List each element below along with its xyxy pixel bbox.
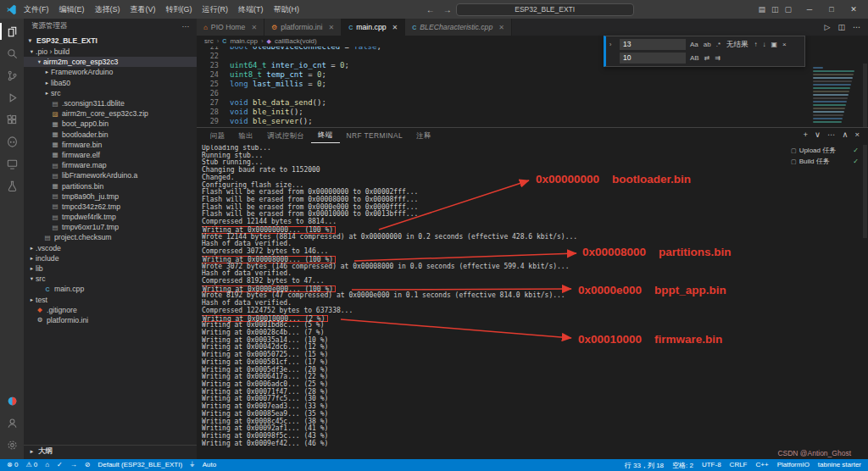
menu-item[interactable]: 选择(S) xyxy=(90,0,125,19)
breadcrumb-item[interactable]: src xyxy=(204,37,214,45)
next-match-icon[interactable]: ↓ xyxy=(762,41,767,48)
regex-icon[interactable]: .* xyxy=(715,41,721,48)
tree-item[interactable]: Cmain.cpp xyxy=(24,284,197,294)
status-item[interactable]: C++ xyxy=(756,461,769,470)
match-case-icon[interactable]: Aa xyxy=(689,41,699,48)
menu-item[interactable]: 文件(F) xyxy=(19,0,54,19)
nav-forward-icon[interactable]: → xyxy=(439,5,456,14)
menu-item[interactable]: 编辑(E) xyxy=(54,0,90,19)
close-find-icon[interactable]: × xyxy=(782,41,787,48)
tree-item[interactable]: ▸src xyxy=(24,88,197,98)
menu-item[interactable]: 运行(R) xyxy=(198,0,234,19)
editor-action-icon[interactable]: ▷ xyxy=(825,23,831,31)
panel-action-icon[interactable]: ∨ xyxy=(815,130,821,139)
extensions-icon[interactable] xyxy=(0,108,24,130)
status-item[interactable]: 空格: 2 xyxy=(672,461,693,470)
tab-pio-home[interactable]: ⌂PIO Home✕ xyxy=(197,19,264,36)
preserve-case-icon[interactable]: AB xyxy=(689,54,700,62)
tree-item[interactable]: ▤tmpdwef4rlk.tmp xyxy=(24,212,197,222)
tree-item[interactable]: ▤libFrameworkArduino.a xyxy=(24,170,197,180)
editor-action-icon[interactable]: ◫ xyxy=(837,23,845,31)
panel-scrollbar[interactable] xyxy=(863,145,867,238)
status-item[interactable]: CRLF xyxy=(730,461,748,470)
menu-item[interactable]: 帮助(H) xyxy=(269,0,305,19)
find-widget[interactable]: › 13 Aa ab .* 无结果 ↑ ↓ ▣ × 10 AB ⇄ ⇉ xyxy=(604,36,805,67)
status-item[interactable]: UTF-8 xyxy=(702,461,721,470)
menu-item[interactable]: 查看(V) xyxy=(125,0,161,19)
layout-icon[interactable]: ▢ xyxy=(785,5,793,14)
status-item[interactable]: 行 33，列 18 xyxy=(625,461,664,470)
minimap[interactable] xyxy=(810,65,858,127)
outline-section[interactable]: ▸ 大纲 xyxy=(24,445,197,457)
tree-item[interactable]: ▸test xyxy=(24,295,197,305)
tree-item[interactable]: ▤project.checksum xyxy=(24,232,197,242)
tree-item[interactable]: ▾src xyxy=(24,274,197,284)
tree-item[interactable]: ▦firmware.bin xyxy=(24,140,197,150)
codegeex-icon[interactable] xyxy=(0,390,24,412)
close-button[interactable]: ✕ xyxy=(843,0,865,19)
status-item[interactable]: ⏚ xyxy=(190,461,195,469)
tree-item[interactable]: ▸include xyxy=(24,253,197,263)
menu-item[interactable]: 转到(G) xyxy=(161,0,198,19)
replace-input[interactable]: 10 xyxy=(620,53,686,64)
tree-item[interactable]: ▾.pio › build xyxy=(24,47,197,57)
terminal-instance[interactable]: ▢Upload 任务✓ xyxy=(788,145,861,156)
status-item[interactable]: ⌂ xyxy=(45,461,49,469)
panel-tab-调试控制台[interactable]: 调试控制台 xyxy=(260,128,311,143)
panel-tab-输出[interactable]: 输出 xyxy=(232,128,261,143)
run-debug-icon[interactable] xyxy=(0,86,24,108)
status-item[interactable]: PlatformIO xyxy=(777,461,810,470)
status-item[interactable]: ⊗ 0 xyxy=(7,461,18,469)
find-input[interactable]: 13 xyxy=(620,39,686,50)
editor-action-icon[interactable]: ⋯ xyxy=(853,23,860,31)
tab-platformio-ini[interactable]: ⚙platformio.ini✕ xyxy=(264,19,342,36)
terminal-output[interactable]: Uploading stub...Running stub...Stub run… xyxy=(202,145,785,451)
settings-icon[interactable] xyxy=(0,434,24,456)
status-item[interactable]: tabnine starter xyxy=(818,461,861,470)
tree-item[interactable]: ⚙platformio.ini xyxy=(24,315,197,325)
tree-item[interactable]: ▦boot_app0.bin xyxy=(24,119,197,129)
maximize-button[interactable]: □ xyxy=(821,0,843,19)
search-icon[interactable] xyxy=(0,42,24,64)
tree-item[interactable]: ▸liba50 xyxy=(24,78,197,88)
close-tab-icon[interactable]: ✕ xyxy=(392,24,398,31)
tree-item[interactable]: ▤tmp8a90h_ju.tmp xyxy=(24,191,197,202)
project-section-header[interactable]: ▾ ESP32_BLE_EXTI xyxy=(24,34,197,47)
nav-back-icon[interactable]: ← xyxy=(422,5,439,14)
status-item[interactable]: Default (ESP32_BLE_EXTI) xyxy=(97,461,182,469)
tree-item[interactable]: ▸.vscode xyxy=(24,243,197,253)
panel-tab-问题[interactable]: 问题 xyxy=(203,128,232,143)
close-tab-icon[interactable]: ✕ xyxy=(251,24,257,31)
prev-match-icon[interactable]: ↑ xyxy=(754,41,759,48)
layout-icon[interactable]: ▤ xyxy=(758,5,765,14)
tree-item[interactable]: ▤firmware.map xyxy=(24,160,197,170)
close-tab-icon[interactable]: ✕ xyxy=(329,24,335,31)
status-item[interactable]: ✓ xyxy=(57,461,63,469)
find-in-selection-icon[interactable]: ▣ xyxy=(771,41,779,48)
explorer-icon[interactable] xyxy=(0,20,24,42)
replace-icon[interactable]: ⇄ xyxy=(704,54,711,62)
command-center[interactable]: ESP32_BLE_EXTI xyxy=(456,3,634,16)
status-item[interactable]: → xyxy=(70,461,77,469)
toggle-replace-icon[interactable]: › xyxy=(609,42,616,47)
tree-item[interactable]: ▦bootloader.bin xyxy=(24,130,197,140)
tree-item[interactable]: ▤tmpv6oxr1u7.tmp xyxy=(24,222,197,232)
account-icon[interactable] xyxy=(0,412,24,434)
status-item[interactable]: Auto xyxy=(203,461,216,469)
panel-tab-nrf-terminal[interactable]: NRF TERMINAL xyxy=(340,128,410,143)
status-item[interactable]: ⊘ xyxy=(85,461,91,469)
tree-item[interactable]: ◆.gitignore xyxy=(24,305,197,315)
menu-item[interactable]: 终端(T) xyxy=(233,0,269,19)
remote-explorer-icon[interactable] xyxy=(0,152,24,175)
tree-item[interactable]: ▤.sconsign311.dblite xyxy=(24,98,197,108)
tab-blecharacteristic-cpp[interactable]: CBLECharacteristic.cpp✕ xyxy=(405,19,512,36)
source-control-icon[interactable] xyxy=(0,64,24,86)
tree-item[interactable]: ▦partitions.bin xyxy=(24,180,197,191)
whole-word-icon[interactable]: ab xyxy=(703,41,712,48)
editor-scrollbar[interactable] xyxy=(863,64,867,127)
panel-action-icon[interactable]: ⋯ xyxy=(827,130,836,139)
tree-item[interactable]: ▤tmpcd342z62.tmp xyxy=(24,202,197,212)
tree-item[interactable]: ▸lib xyxy=(24,263,197,274)
panel-action-icon[interactable]: + xyxy=(803,130,808,139)
panel-tab-终端[interactable]: 终端 xyxy=(311,128,340,143)
